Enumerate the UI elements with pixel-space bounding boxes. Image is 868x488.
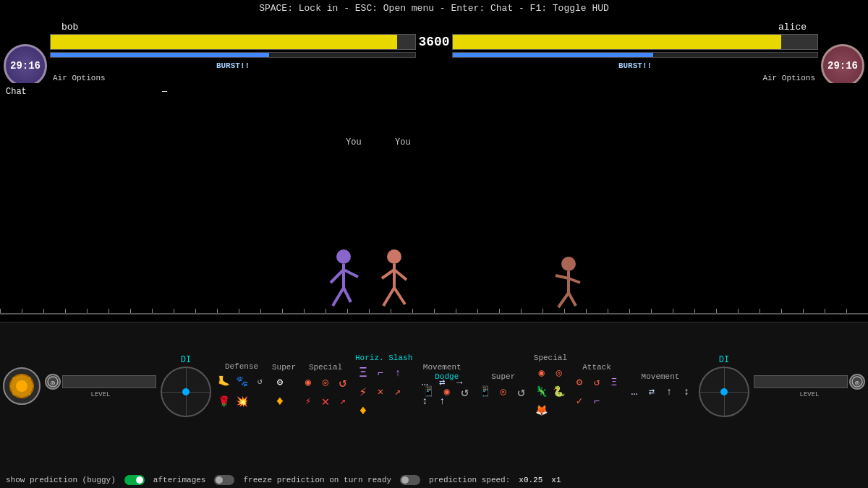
air-options-right: Air Options: [452, 74, 815, 82]
sp-r-icon-5[interactable]: 🦊: [534, 403, 550, 419]
dodge-icon-3[interactable]: ↺: [457, 384, 473, 400]
sp-icon-6[interactable]: ↗: [335, 393, 351, 409]
bp-main: ◎ LEVEL DI De: [0, 322, 868, 488]
defense-red-2[interactable]: 💥: [234, 394, 250, 410]
super-section-right: Super 📱 ◎ ↺: [477, 372, 529, 400]
atk-icon-5[interactable]: ⌐: [589, 393, 605, 409]
dodge-label: Dodge: [421, 372, 473, 381]
player-name-left: bob: [61, 22, 416, 33]
afterimages-text: afterimages: [153, 476, 206, 484]
horiz-icons-2: ⚡ ✕ ↗: [355, 384, 412, 400]
horiz-slash-label: Horiz. Slash: [355, 354, 412, 362]
special-section-right: Special ◉ ◎ 🦎 🐍 🦊: [534, 354, 567, 419]
afterimages-toggle[interactable]: [214, 475, 234, 485]
di-label-left: DI: [181, 355, 191, 365]
sp-r-icon-3[interactable]: 🦎: [534, 384, 550, 400]
super-icon-1[interactable]: ⚙️: [272, 374, 288, 390]
defense-icons: 🦶 🐾 ↺: [216, 374, 268, 390]
speed-x025[interactable]: x0.25: [519, 476, 542, 484]
hz-icon-3[interactable]: ↑: [390, 365, 406, 381]
super-icons-2: ♦: [272, 393, 296, 409]
di-circle-left[interactable]: [161, 367, 211, 417]
super-r-icon-3[interactable]: ↺: [514, 384, 529, 400]
atk-icon-1[interactable]: ⚙: [571, 374, 587, 390]
mv-r-icon-2[interactable]: ⇄: [644, 384, 660, 400]
mv-r-icon-1[interactable]: …: [626, 384, 642, 400]
hz-icon-4[interactable]: ⚡: [355, 384, 371, 400]
attack-icons-right-2: ✓ ⌐: [571, 393, 622, 409]
level-bar-right-container: ◎ LEVEL: [754, 374, 865, 398]
bottom-panel: ◎ LEVEL DI De: [0, 322, 868, 488]
timer-left: 29:16: [10, 60, 41, 72]
avatar-left: 29:16: [4, 44, 47, 87]
defense-icon-3[interactable]: ↺: [252, 374, 268, 390]
burst-label-right: BURST!!: [452, 61, 818, 70]
level-label-left: LEVEL: [90, 391, 110, 398]
super-r-icon-1[interactable]: 📱: [477, 384, 493, 400]
super-label-right: Super: [477, 372, 529, 381]
level-bar-left-container: ◎ LEVEL: [45, 374, 156, 398]
level-icon-symbol-left: ◎: [47, 376, 59, 388]
super-icons-right: 📱 ◎ ↺: [477, 384, 529, 400]
left-controls: ◎ LEVEL DI De: [0, 322, 470, 449]
atk-icon-3[interactable]: Ξ: [606, 374, 622, 390]
di-circle-right[interactable]: [699, 367, 749, 417]
dodge-icon-2[interactable]: ◉: [439, 384, 455, 400]
hz-icon-2[interactable]: ⌐: [373, 365, 388, 381]
ground-line: [0, 313, 868, 314]
super-icon-2[interactable]: ♦: [272, 393, 288, 409]
afterimages-knob: [216, 476, 223, 484]
svg-text:◎: ◎: [855, 379, 859, 386]
atk-icon-4[interactable]: ✓: [571, 393, 587, 409]
svg-point-0: [336, 249, 351, 264]
health-bar-left: [50, 34, 416, 50]
hz-icon-1[interactable]: Ξ: [355, 365, 371, 381]
svg-point-12: [561, 257, 576, 271]
special-icons-left: ◉ ◎ ↺: [300, 374, 351, 390]
svg-point-6: [387, 249, 401, 264]
mv-r-icon-3[interactable]: ↑: [661, 384, 677, 400]
defense-icon-2[interactable]: 🐾: [234, 374, 250, 390]
special-icons-left-2: ⚡ ✕ ↗: [300, 393, 351, 409]
movement-label-right: Movement: [626, 372, 694, 381]
special-icons-right-3: 🦊: [534, 403, 567, 419]
show-prediction-toggle[interactable]: [124, 475, 145, 485]
sp-r-icon-4[interactable]: 🐍: [551, 384, 567, 400]
super-icons: ⚙️: [272, 374, 296, 390]
movement-section-right: Movement … ⇄ ↑ ↕: [626, 372, 694, 400]
horiz-icons-1: Ξ ⌐ ↑: [355, 365, 412, 381]
freeze-knob: [401, 476, 409, 484]
sp-r-icon-2[interactable]: ◎: [551, 365, 567, 381]
hz-icon-6[interactable]: ↗: [390, 384, 406, 400]
attack-label-right: Attack: [571, 363, 622, 372]
defense-icon-1[interactable]: 🦶: [216, 374, 231, 390]
dodge-icon-1[interactable]: 📱: [421, 384, 437, 400]
prediction-speed-text: prediction speed:: [429, 476, 510, 484]
player-name-right: alice: [452, 22, 807, 33]
sp-icon-1[interactable]: ◉: [300, 374, 316, 390]
sp-icon-3[interactable]: ↺: [335, 374, 351, 390]
sp-icon-2[interactable]: ◎: [318, 374, 333, 390]
defense-red-1[interactable]: 🌹: [216, 394, 231, 410]
level-icon-left[interactable]: ◎: [45, 374, 61, 390]
sp-r-icon-1[interactable]: ◉: [534, 365, 550, 381]
speed-x1[interactable]: x1: [551, 476, 561, 484]
hz-icon-7[interactable]: ♦: [355, 403, 371, 419]
super-section-left: Super ⚙️ ♦: [272, 363, 296, 409]
you-label-2: You: [395, 137, 411, 147]
gear-icon-circle[interactable]: [3, 367, 41, 405]
super-r-icon-2[interactable]: ◎: [495, 384, 511, 400]
char-bob: [329, 248, 373, 313]
atk-icon-2[interactable]: ↺: [589, 374, 605, 390]
freeze-toggle[interactable]: [400, 475, 420, 485]
hz-icon-5[interactable]: ✕: [373, 384, 388, 400]
sp-icon-5[interactable]: ✕: [318, 393, 333, 409]
avatar-right: 29:16: [821, 44, 864, 87]
svg-line-16: [558, 293, 569, 307]
special-icons-right-2: 🦎 🐍: [534, 384, 567, 400]
svg-line-14: [556, 275, 569, 278]
mv-r-icon-4[interactable]: ↕: [678, 384, 694, 400]
air-options-left: Air Options: [53, 74, 416, 82]
sp-icon-4[interactable]: ⚡: [300, 393, 316, 409]
level-icon-right[interactable]: ◎: [849, 374, 865, 390]
